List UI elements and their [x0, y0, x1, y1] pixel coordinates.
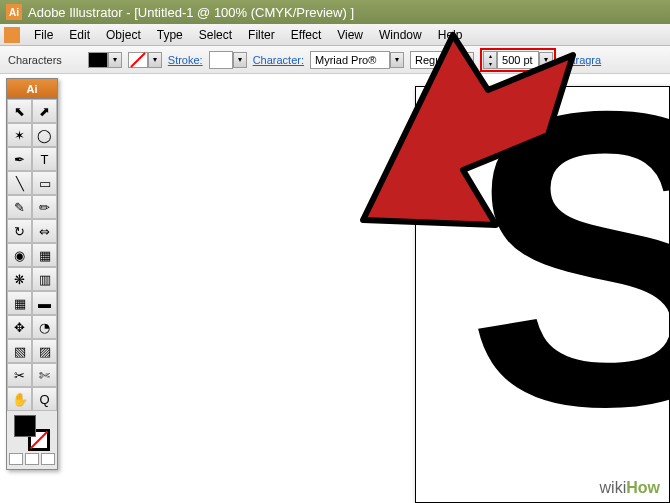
font-size-input[interactable] — [497, 51, 539, 69]
fill-dropdown-icon[interactable]: ▾ — [108, 52, 122, 68]
color-mode-icon[interactable] — [9, 453, 23, 465]
font-size-spinner[interactable]: ▴▾ — [483, 51, 497, 69]
menu-filter[interactable]: Filter — [240, 26, 283, 44]
watermark-how: How — [626, 479, 660, 496]
paragraph-link[interactable]: Paragra — [562, 54, 601, 66]
artboard[interactable]: S — [415, 86, 670, 503]
scissors-tool[interactable]: ✄ — [32, 363, 57, 387]
menubar: File Edit Object Type Select Filter Effe… — [0, 24, 670, 46]
menu-window[interactable]: Window — [371, 26, 430, 44]
zoom-tool[interactable]: Q — [32, 387, 57, 411]
menu-type[interactable]: Type — [149, 26, 191, 44]
stroke-none-swatch[interactable] — [128, 52, 148, 68]
line-tool[interactable]: ╲ — [7, 171, 32, 195]
graph-tool[interactable]: ▥ — [32, 267, 57, 291]
tools-panel: Ai ⬉ ⬈ ✶ ◯ ✒ T ╲ ▭ ✎ ✏ ↻ ⇔ ◉ ▦ ❋ ▥ ▦ ▬ ✥… — [6, 78, 58, 470]
menu-help[interactable]: Help — [430, 26, 471, 44]
stroke-weight-input[interactable] — [209, 51, 233, 69]
lasso-tool[interactable]: ◯ — [32, 123, 57, 147]
fill-color-swatch[interactable] — [88, 52, 108, 68]
menu-effect[interactable]: Effect — [283, 26, 329, 44]
stroke-weight-dropdown-icon[interactable]: ▾ — [233, 52, 247, 68]
gradient-tool[interactable]: ▬ — [32, 291, 57, 315]
watermark: wikiHow — [600, 479, 660, 497]
window-titlebar: Ai Adobe Illustrator - [Untitled-1 @ 100… — [0, 0, 670, 24]
hand-tool[interactable]: ✋ — [7, 387, 32, 411]
menu-view[interactable]: View — [329, 26, 371, 44]
magic-wand-tool[interactable]: ✶ — [7, 123, 32, 147]
menu-edit[interactable]: Edit — [61, 26, 98, 44]
character-link[interactable]: Character: — [253, 54, 304, 66]
menu-object[interactable]: Object — [98, 26, 149, 44]
font-dropdown-icon[interactable]: ▾ — [390, 52, 404, 68]
watermark-wiki: wiki — [600, 479, 627, 496]
app-icon: Ai — [6, 4, 22, 20]
reflect-tool[interactable]: ⇔ — [32, 219, 57, 243]
free-transform-tool[interactable]: ▦ — [32, 243, 57, 267]
characters-label: Characters — [8, 54, 62, 66]
direct-selection-tool[interactable]: ⬈ — [32, 99, 57, 123]
window-title: Adobe Illustrator - [Untitled-1 @ 100% (… — [28, 5, 354, 20]
options-toolbar: Characters ▾ ▾ Stroke: ▾ Character: ▾ ▾ … — [0, 46, 670, 74]
paintbrush-tool[interactable]: ✎ — [7, 195, 32, 219]
warp-tool[interactable]: ◉ — [7, 243, 32, 267]
rotate-tool[interactable]: ↻ — [7, 219, 32, 243]
font-size-highlight: ▴▾ ▾ — [480, 48, 556, 72]
menu-select[interactable]: Select — [191, 26, 240, 44]
blend-tool[interactable]: ◔ — [32, 315, 57, 339]
font-family-input[interactable] — [310, 51, 390, 69]
stroke-color-dropdown-icon[interactable]: ▾ — [148, 52, 162, 68]
slice-tool[interactable]: ✂ — [7, 363, 32, 387]
tools-panel-header: Ai — [7, 79, 57, 99]
stroke-link[interactable]: Stroke: — [168, 54, 203, 66]
font-weight-input[interactable] — [410, 51, 460, 69]
live-paint-tool[interactable]: ▧ — [7, 339, 32, 363]
menu-file[interactable]: File — [26, 26, 61, 44]
app-logo-icon — [4, 27, 20, 43]
size-dropdown-icon[interactable]: ▾ — [539, 52, 553, 68]
live-paint-select-tool[interactable]: ▨ — [32, 339, 57, 363]
eyedropper-tool[interactable]: ✥ — [7, 315, 32, 339]
mesh-tool[interactable]: ▦ — [7, 291, 32, 315]
symbol-sprayer-tool[interactable]: ❋ — [7, 267, 32, 291]
none-mode-icon[interactable] — [41, 453, 55, 465]
gradient-mode-icon[interactable] — [25, 453, 39, 465]
type-tool[interactable]: T — [32, 147, 57, 171]
pen-tool[interactable]: ✒ — [7, 147, 32, 171]
selection-tool[interactable]: ⬉ — [7, 99, 32, 123]
fill-box-icon[interactable] — [14, 415, 36, 437]
rectangle-tool[interactable]: ▭ — [32, 171, 57, 195]
weight-dropdown-icon[interactable]: ▾ — [460, 52, 474, 68]
canvas-text: S — [466, 86, 670, 500]
fill-stroke-control[interactable] — [14, 415, 50, 451]
pencil-tool[interactable]: ✏ — [32, 195, 57, 219]
